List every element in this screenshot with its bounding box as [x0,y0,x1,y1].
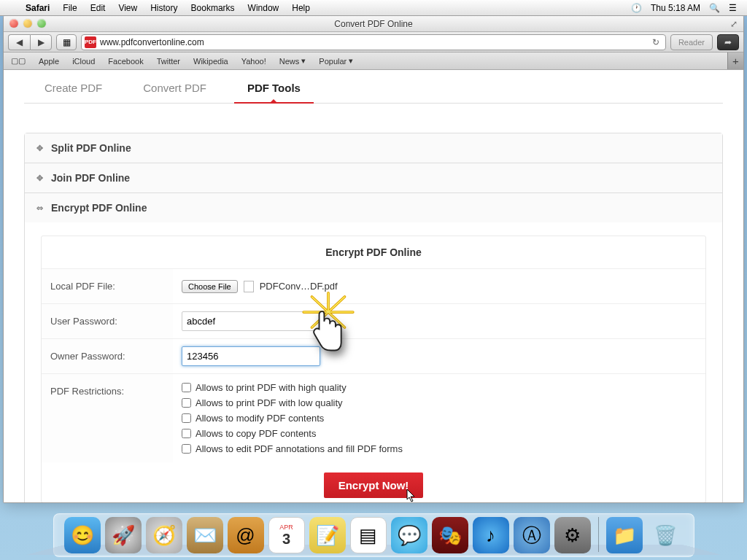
menu-file[interactable]: File [56,0,83,16]
dock-finder[interactable]: 😊 [64,517,101,553]
traffic-lights [9,19,46,28]
dock-separator [598,517,599,552]
clock-icon[interactable]: 🕐 [627,0,646,16]
user-password-input[interactable] [182,311,320,331]
bookmark-popular[interactable]: Popular ▾ [319,56,353,66]
accordion-encrypt-header[interactable]: ⇔ Encrypt PDF Online [25,193,722,222]
menu-bookmarks[interactable]: Bookmarks [185,0,241,16]
dock-messages[interactable]: 💬 [391,517,427,553]
dock-notes[interactable]: 📝 [309,517,346,553]
tab-convert-pdf[interactable]: Convert PDF [123,74,227,103]
dock-mail[interactable]: ✉️ [187,517,223,553]
minimize-button[interactable] [23,19,32,28]
apple-menu[interactable] [6,0,19,16]
reload-icon[interactable]: ↻ [649,37,662,47]
dock-preferences[interactable]: ⚙ [554,517,591,553]
fullscreen-icon[interactable]: ⤢ [729,19,739,29]
dock-safari[interactable]: 🧭 [146,517,182,553]
label-local-file: Local PDF File: [42,269,173,303]
menu-view[interactable]: View [112,0,144,16]
dock: 😊 🚀 🧭 ✉️ @ APR3 📝 ▤ 💬 🎭 ♪ Ⓐ ⚙ 📁 🗑️ [0,503,747,560]
safari-window: Convert PDF Online ⤢ ◀ ▶ ▦ PDF www.pdfco… [3,16,744,503]
dock-itunes[interactable]: ♪ [473,517,509,553]
menu-help[interactable]: Help [285,0,317,16]
menubar-clock[interactable]: Thu 5:18 AM [646,0,705,16]
dock-appstore[interactable]: Ⓐ [514,517,550,553]
bookmark-wikipedia[interactable]: Wikipedia [193,57,228,66]
dock-calendar[interactable]: APR3 [268,517,305,553]
bookmark-icloud[interactable]: iCloud [72,57,95,66]
new-tab-button[interactable]: + [727,52,743,69]
bookmark-facebook[interactable]: Facebook [108,57,143,66]
form-title: Encrypt PDF Online [42,236,705,269]
dock-trash[interactable]: 🗑️ [647,517,684,553]
forward-button[interactable]: ▶ [30,34,52,50]
notification-icon[interactable]: ☰ [724,0,741,16]
dock-photobooth[interactable]: 🎭 [432,517,468,553]
collapse-icon: ⇔ [35,203,44,212]
menu-history[interactable]: History [144,0,184,16]
accordion-split-label: Split PDF Online [51,142,131,154]
expand-icon: ✥ [35,174,44,182]
close-button[interactable] [9,19,18,28]
restriction-checkbox-0[interactable] [182,383,191,392]
macos-menubar: Safari File Edit View History Bookmarks … [0,0,747,16]
filename-text: PDFConv…DF.pdf [260,281,338,292]
label-user-password: User Password: [42,304,173,338]
restriction-row-0[interactable]: Allows to print PDF with high quality [182,381,697,394]
expand-icon: ✥ [35,144,44,152]
file-icon [244,281,254,292]
window-title: Convert PDF Online [334,19,412,29]
restriction-checkbox-1[interactable] [182,398,191,408]
restriction-row-2[interactable]: Allows to modify PDF contents [182,412,697,424]
restriction-checkbox-3[interactable] [182,429,191,438]
bookmarks-bar: ▢▢ Apple iCloud Facebook Twitter Wikiped… [4,52,743,70]
label-owner-password: Owner Password: [42,339,173,373]
share-button[interactable]: ➦ [717,34,739,50]
url-text: www.pdfconvertonline.com [100,37,646,47]
bookmark-news[interactable]: News ▾ [279,56,306,66]
safari-toolbar: ◀ ▶ ▦ PDF www.pdfconvertonline.com ↻ Rea… [4,32,743,52]
dock-launchpad[interactable]: 🚀 [105,517,142,553]
accordion-split-header[interactable]: ✥ Split PDF Online [25,133,722,163]
owner-password-input[interactable] [182,346,320,366]
choose-file-button[interactable]: Choose File [182,280,238,293]
tab-create-pdf[interactable]: Create PDF [24,74,123,103]
url-bar[interactable]: PDF www.pdfconvertonline.com ↻ [81,34,666,50]
tab-pdf-tools[interactable]: PDF Tools [227,74,321,103]
accordion-encrypt-body: Encrypt PDF Online Local PDF File: Choos… [25,222,722,502]
restriction-row-1[interactable]: Allows to print PDF with low quality [182,397,697,409]
label-restrictions: PDF Restrictions: [42,374,173,462]
dock-contacts[interactable]: @ [228,517,264,553]
favicon-icon: PDF [85,36,96,48]
menu-window[interactable]: Window [241,0,286,16]
window-titlebar[interactable]: Convert PDF Online ⤢ [4,16,743,32]
encrypt-form: Encrypt PDF Online Local PDF File: Choos… [41,236,706,502]
encrypt-now-button[interactable]: Encrypt Now! [324,472,424,498]
accordion-join-header[interactable]: ✥ Join PDF Online [25,163,722,192]
back-button[interactable]: ◀ [8,34,30,50]
bookmark-apple[interactable]: Apple [39,57,59,66]
restriction-checkbox-4[interactable] [182,444,191,454]
bookmark-yahoo[interactable]: Yahoo! [241,57,266,66]
dock-reminders[interactable]: ▤ [350,517,387,553]
accordion-encrypt-label: Encrypt PDF Online [51,202,147,214]
spotlight-icon[interactable]: 🔍 [705,0,724,16]
bookmarks-bar-icon[interactable]: ▢▢ [11,56,26,66]
bookmark-twitter[interactable]: Twitter [157,57,180,66]
restriction-row-3[interactable]: Allows to copy PDF contents [182,427,697,440]
dock-downloads[interactable]: 📁 [606,517,643,553]
bookmarks-button[interactable]: ▦ [56,34,77,50]
menu-edit[interactable]: Edit [84,0,112,16]
accordion-join-label: Join PDF Online [51,172,130,184]
reader-button[interactable]: Reader [670,34,713,50]
app-menu[interactable]: Safari [19,0,56,16]
webpage-content[interactable]: Create PDF Convert PDF PDF Tools ✥ Split… [4,70,743,502]
restriction-row-4[interactable]: Allows to edit PDF annotations and fill … [182,443,697,455]
zoom-button[interactable] [37,19,46,28]
site-tabs: Create PDF Convert PDF PDF Tools [24,74,723,104]
accordion: ✥ Split PDF Online ✥ Join PDF Online ⇔ E… [24,133,723,502]
restriction-checkbox-2[interactable] [182,413,191,423]
